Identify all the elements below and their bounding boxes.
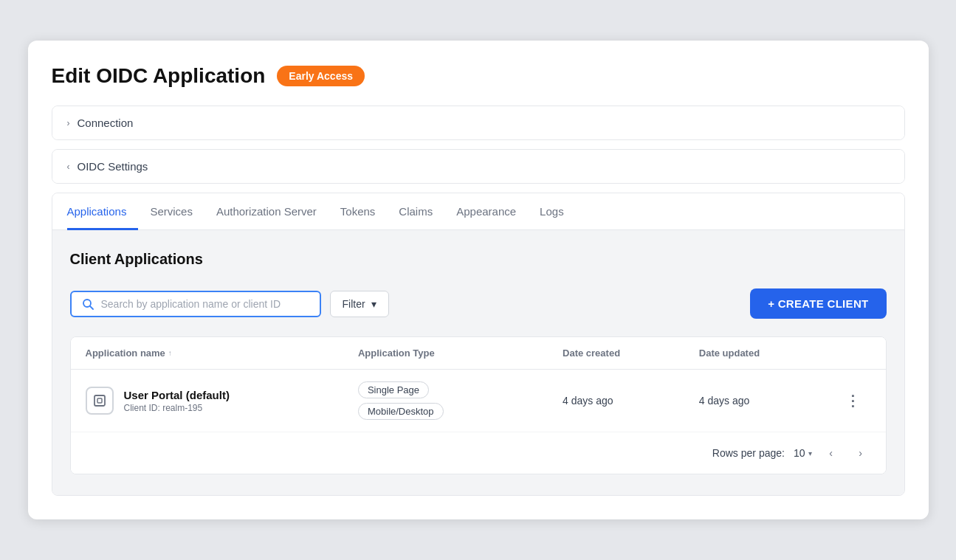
section-title: Client Applications [70, 251, 887, 268]
page-header: Edit OIDC Application Early Access [52, 64, 905, 88]
applications-table: Application name ↑ Application Type Date… [70, 336, 887, 474]
app-types-cell: Single Page Mobile/Desktop [358, 381, 563, 420]
page-title: Edit OIDC Application [52, 64, 266, 88]
oidc-settings-accordion-header[interactable]: ‹ OIDC Settings [52, 150, 904, 183]
connection-accordion-header[interactable]: › Connection [52, 106, 904, 139]
page-container: Edit OIDC Application Early Access › Con… [28, 41, 929, 519]
rows-chevron-icon: ▾ [808, 449, 812, 457]
type-badge-mobile-desktop: Mobile/Desktop [358, 403, 444, 420]
svg-line-1 [90, 306, 93, 309]
search-box[interactable] [70, 291, 321, 317]
pagination-prev-button[interactable]: ‹ [821, 443, 842, 463]
oidc-settings-accordion-label: OIDC Settings [78, 160, 148, 173]
connection-chevron-icon: › [67, 118, 70, 128]
app-icon-svg [92, 393, 107, 408]
oidc-chevron-icon: ‹ [67, 162, 70, 172]
svg-rect-2 [94, 395, 105, 406]
tab-applications[interactable]: Applications [67, 193, 139, 230]
create-client-button[interactable]: + CREATE CLIENT [750, 288, 886, 319]
connection-accordion-label: Connection [78, 117, 134, 129]
search-input[interactable] [101, 298, 309, 310]
connection-accordion: › Connection [52, 106, 905, 140]
app-name: User Portal (default) [124, 389, 230, 401]
app-info-cell: User Portal (default) Client ID: realm-1… [86, 387, 358, 415]
filter-chevron-icon: ▾ [371, 298, 376, 310]
early-access-badge: Early Access [277, 66, 365, 86]
tab-services[interactable]: Services [138, 193, 204, 230]
type-badge-single-page: Single Page [358, 381, 429, 398]
tab-appearance[interactable]: Appearance [444, 193, 528, 230]
rows-per-page-label: Rows per page: [712, 447, 785, 459]
tab-claims[interactable]: Claims [387, 193, 444, 230]
tabs-container: Applications Services Authorization Serv… [52, 193, 905, 496]
app-text-info: User Portal (default) Client ID: realm-1… [124, 389, 230, 413]
col-header-date-updated: Date updated [699, 348, 836, 359]
sort-icon: ↑ [168, 349, 172, 357]
date-updated-cell: 4 days ago [699, 395, 836, 407]
col-header-name: Application name ↑ [86, 348, 358, 359]
filter-button[interactable]: Filter ▾ [330, 291, 389, 317]
app-client-id: Client ID: realm-195 [124, 403, 230, 413]
tab-logs[interactable]: Logs [528, 193, 576, 230]
date-created-cell: 4 days ago [563, 395, 699, 407]
table-row: User Portal (default) Client ID: realm-1… [71, 370, 886, 432]
more-options-button[interactable]: ⋮ [836, 392, 871, 409]
pagination-next-button[interactable]: › [850, 443, 871, 463]
table-header: Application name ↑ Application Type Date… [71, 337, 886, 370]
col-header-type: Application Type [358, 348, 563, 359]
svg-rect-3 [97, 398, 102, 403]
app-icon [86, 387, 114, 415]
oidc-settings-accordion: ‹ OIDC Settings [52, 149, 905, 184]
tab-tokens[interactable]: Tokens [329, 193, 388, 230]
search-icon [82, 298, 94, 310]
tab-content-area: Client Applications Filter ▾ + CREATE CL… [52, 230, 904, 495]
filter-label: Filter [343, 298, 365, 310]
rows-per-page-value: 10 [794, 447, 805, 459]
col-header-date-created: Date created [563, 348, 699, 359]
table-footer: Rows per page: 10 ▾ ‹ › [71, 432, 886, 474]
toolbar: Filter ▾ + CREATE CLIENT [70, 288, 887, 319]
tabs-bar: Applications Services Authorization Serv… [52, 193, 904, 230]
tab-authorization-server[interactable]: Authorization Server [204, 193, 329, 230]
rows-per-page-select[interactable]: 10 ▾ [794, 447, 812, 459]
